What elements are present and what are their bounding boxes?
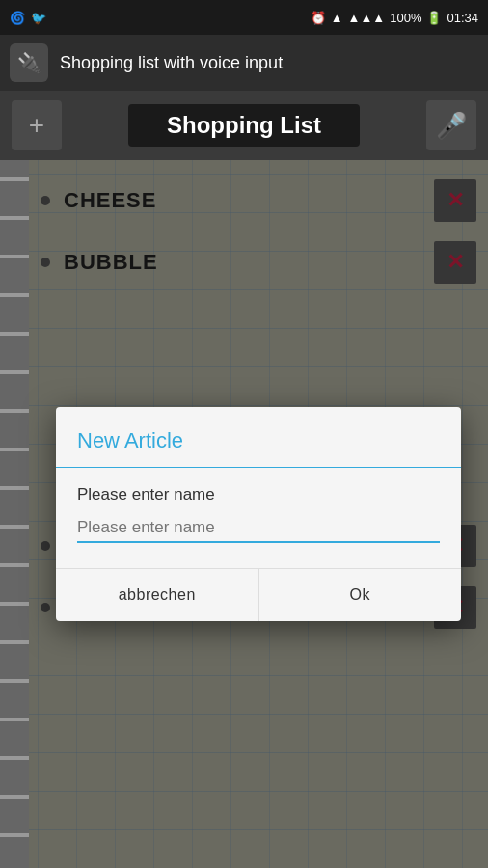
mic-icon: 🎤: [436, 111, 467, 141]
input-label: Please enter name: [77, 485, 440, 504]
app-icon: 🔌: [10, 43, 48, 82]
status-bar: 🌀 🐦 ⏰ ▲ ▲▲▲ 100% 🔋 01:34: [0, 0, 488, 35]
dialog-overlay: New Article Please enter name abbrechen …: [29, 160, 488, 868]
toolbar-title: Shopping List: [128, 104, 360, 147]
app-icon-symbol: 🔌: [17, 51, 41, 74]
plus-icon: +: [29, 110, 44, 141]
app-title-bar: 🔌 Shopping list with voice input: [0, 35, 488, 91]
time-display: 01:34: [447, 11, 478, 25]
wifi-icon: ▲: [331, 11, 343, 25]
toolbar: + Shopping List 🎤: [0, 91, 488, 160]
status-right-icons: ⏰ ▲ ▲▲▲ 100% 🔋 01:34: [311, 11, 478, 25]
status-left-icons: 🌀 🐦: [10, 11, 46, 25]
spiral-binding: [0, 160, 29, 868]
microphone-button[interactable]: 🎤: [426, 100, 476, 150]
android-icon: 🌀: [10, 11, 25, 25]
cancel-button[interactable]: abbrechen: [56, 569, 259, 621]
dialog-title: New Article: [56, 407, 461, 467]
article-name-input[interactable]: [77, 514, 440, 543]
ok-button[interactable]: Ok: [259, 569, 462, 621]
alarm-icon: ⏰: [311, 11, 326, 25]
shopping-list: CHEESE ✕ BUBBLE ✕ New Article Please ent…: [29, 160, 488, 868]
battery-label: 100%: [390, 11, 421, 25]
dialog-body: Please enter name: [56, 468, 461, 553]
notebook-area: CHEESE ✕ BUBBLE ✕ New Article Please ent…: [0, 160, 488, 868]
new-article-dialog: New Article Please enter name abbrechen …: [56, 407, 461, 621]
dialog-actions: abbrechen Ok: [56, 568, 461, 621]
twitter-icon: 🐦: [31, 11, 46, 25]
app-title-text: Shopping list with voice input: [60, 53, 283, 73]
add-item-button[interactable]: +: [12, 100, 62, 150]
signal-icon: ▲▲▲: [348, 11, 386, 25]
battery-icon: 🔋: [426, 11, 442, 25]
